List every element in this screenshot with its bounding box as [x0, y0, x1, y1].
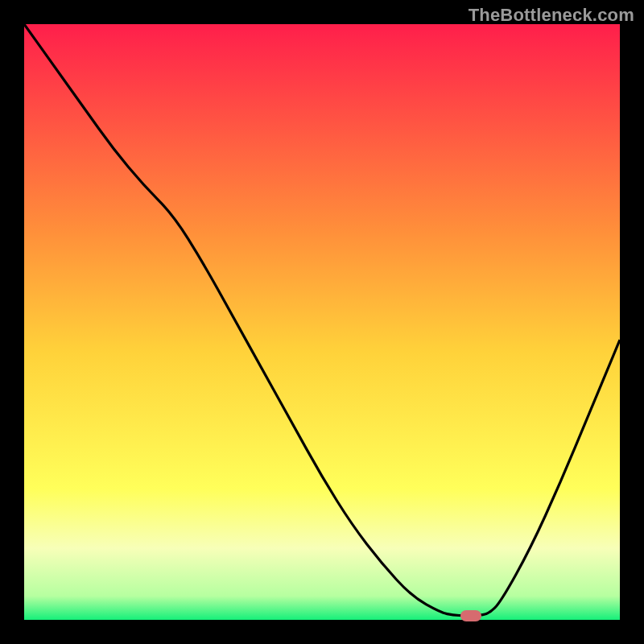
optimal-marker	[460, 610, 481, 621]
watermark-text: TheBottleneck.com	[469, 5, 634, 26]
plot-canvas	[24, 24, 620, 620]
chart-frame: TheBottleneck.com	[0, 0, 644, 644]
gradient-background	[24, 24, 620, 620]
plot-area	[24, 24, 620, 620]
